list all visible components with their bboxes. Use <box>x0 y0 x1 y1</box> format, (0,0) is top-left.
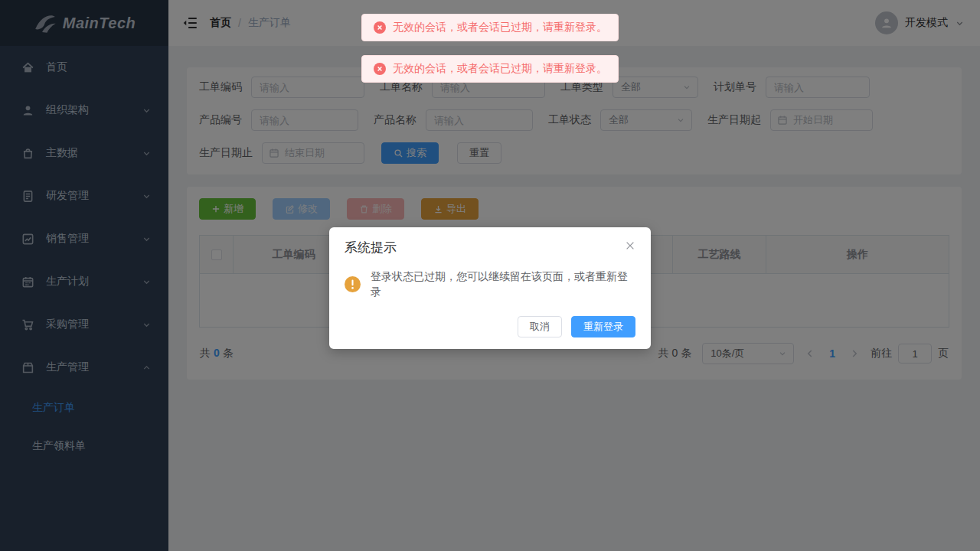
warning-icon <box>345 276 361 292</box>
dialog-title: 系统提示 <box>345 239 397 256</box>
error-circle-icon <box>374 63 386 75</box>
relogin-button-label: 重新登录 <box>583 320 623 334</box>
toast-message: 无效的会话，或者会话已过期，请重新登录。 <box>393 62 607 76</box>
error-toast: 无效的会话，或者会话已过期，请重新登录。 <box>361 55 619 83</box>
toast-message: 无效的会话，或者会话已过期，请重新登录。 <box>393 21 607 34</box>
error-toast: 无效的会话，或者会话已过期，请重新登录。 <box>361 14 619 41</box>
error-circle-icon <box>374 21 386 34</box>
cancel-button-label: 取消 <box>530 320 550 334</box>
relogin-button[interactable]: 重新登录 <box>571 316 635 337</box>
close-icon[interactable] <box>625 240 635 251</box>
dialog-message: 登录状态已过期，您可以继续留在该页面，或者重新登录 <box>371 269 635 299</box>
cancel-button[interactable]: 取消 <box>518 316 562 337</box>
system-dialog: 系统提示 登录状态已过期，您可以继续留在该页面，或者重新登录 取消 重新登录 <box>329 227 651 349</box>
